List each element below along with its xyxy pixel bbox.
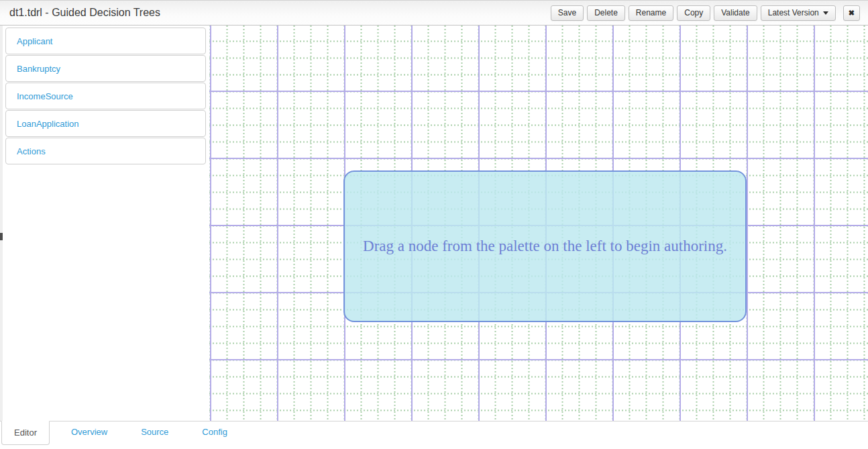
authoring-canvas[interactable]: Drag a node from the palette on the left…	[209, 26, 868, 421]
version-dropdown-label: Latest Version	[768, 8, 819, 17]
editor-tabbar: Editor Overview Source Config	[0, 421, 868, 449]
copy-button[interactable]: Copy	[677, 5, 710, 21]
delete-button[interactable]: Delete	[587, 5, 625, 21]
page-title: dt1.tdrl - Guided Decision Trees	[0, 7, 160, 19]
close-icon: ✖	[849, 9, 855, 17]
palette-item-label: Actions	[17, 146, 46, 156]
rename-button[interactable]: Rename	[629, 5, 673, 21]
tab-editor[interactable]: Editor	[1, 421, 50, 445]
palette-item-label: LoanApplication	[17, 119, 79, 129]
palette-item-applicant[interactable]: Applicant	[5, 28, 206, 54]
palette-item-label: Applicant	[17, 36, 52, 46]
palette-item-label: IncomeSource	[17, 91, 73, 101]
validate-button[interactable]: Validate	[714, 5, 757, 21]
tab-config[interactable]: Config	[190, 421, 239, 443]
save-button[interactable]: Save	[551, 5, 584, 21]
palette-item-incomesource[interactable]: IncomeSource	[5, 83, 206, 109]
tab-overview[interactable]: Overview	[59, 421, 119, 443]
drop-target-message: Drag a node from the palette on the left…	[349, 238, 741, 255]
palette-item-loanapplication[interactable]: LoanApplication	[5, 110, 206, 137]
version-dropdown-button[interactable]: Latest Version	[761, 5, 836, 21]
editor-header: dt1.tdrl - Guided Decision Trees Save De…	[0, 0, 868, 26]
guided-decision-trees-editor: dt1.tdrl - Guided Decision Trees Save De…	[0, 0, 868, 449]
editor-main: Applicant Bankruptcy IncomeSource LoanAp…	[0, 26, 868, 421]
caret-down-icon	[823, 11, 828, 15]
palette-item-bankruptcy[interactable]: Bankruptcy	[5, 55, 206, 82]
node-palette: Applicant Bankruptcy IncomeSource LoanAp…	[3, 26, 209, 421]
tab-source[interactable]: Source	[129, 421, 180, 443]
palette-item-label: Bankruptcy	[17, 64, 60, 74]
close-button[interactable]: ✖	[843, 5, 860, 21]
header-action-toolbar: Save Delete Rename Copy Validate Latest …	[551, 5, 868, 21]
drop-target-placeholder[interactable]: Drag a node from the palette on the left…	[343, 170, 747, 322]
palette-item-actions[interactable]: Actions	[5, 138, 206, 164]
